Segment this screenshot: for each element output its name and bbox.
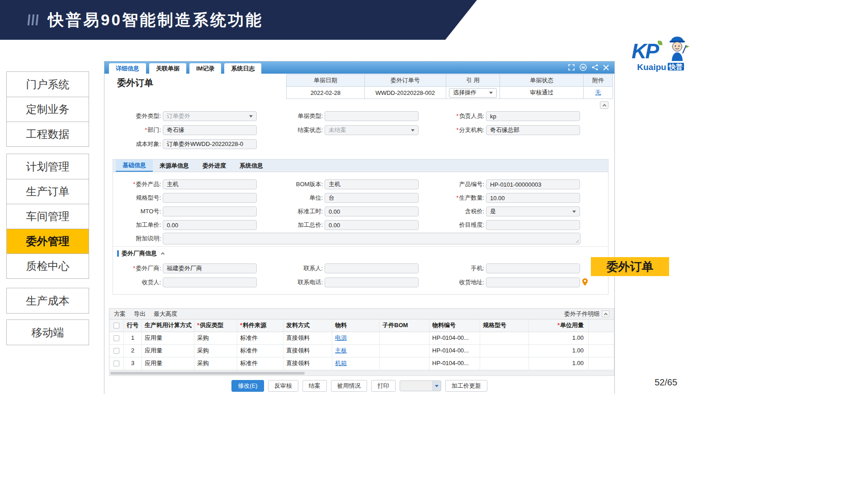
spec-field[interactable] [163, 193, 257, 203]
im-icon[interactable]: IM [580, 64, 587, 71]
price-update-button[interactable]: 加工价更新 [445, 380, 487, 392]
mobile-field[interactable] [486, 263, 580, 273]
table-row[interactable]: 3 应用量 采购 标准件 直接领料 机箱 HP-0104-00... 1.00 [109, 357, 614, 370]
document-type-field[interactable] [325, 111, 419, 121]
tab-system-log[interactable]: 系统日志 [224, 63, 261, 74]
unaudit-button[interactable]: 反审核 [268, 380, 298, 392]
notes-textarea[interactable] [163, 233, 580, 244]
vendor-field[interactable]: 福建委外厂商 [163, 263, 257, 273]
sub-items-grid: 方案 导出 最大高度 委外子件明细 行号 生产耗用计算方式 *供应类型 *料件来… [109, 308, 614, 370]
modify-button[interactable]: 修改(E) [231, 380, 264, 392]
unit-price-field[interactable]: 0.00 [163, 220, 257, 230]
bom-version-field[interactable]: 主机 [325, 179, 419, 189]
receiver-field[interactable] [163, 277, 257, 287]
cost-object-field[interactable]: 订单委外WWDD-20220228-0 [163, 139, 257, 149]
kuaipu-logo: KP Kuaipu快普 [625, 34, 696, 72]
table-row[interactable]: 2 应用量 采购 标准件 直接领料 主板 HP-0104-00... 1.00 [109, 345, 614, 357]
location-pin-icon[interactable] [582, 278, 588, 288]
subtab-basic-info[interactable]: 基础信息 [116, 160, 153, 172]
col-sub-bom: 子件BOM [380, 319, 429, 332]
tax-included-label: 含税价: [431, 207, 484, 216]
horizontal-scrollbar[interactable] [109, 371, 614, 376]
sidebar-item-portal[interactable]: 门户系统 [7, 72, 89, 97]
sidebar-item-mobile[interactable]: 移动端 [7, 320, 89, 345]
slide: 快普易90智能制造系统功能 KP Kuaipu快普 门户系统 定制业务 [0, 0, 868, 488]
unit-field[interactable]: 台 [325, 193, 419, 203]
select-all-checkbox[interactable] [113, 323, 119, 328]
tab-im-records[interactable]: IM记录 [189, 63, 221, 74]
responsible-field[interactable]: kp [486, 111, 580, 121]
detail-subtabs: 基础信息 来源单信息 委外进度 系统信息 [113, 160, 608, 172]
sidebar-item-plan-management[interactable]: 计划管理 [7, 154, 89, 179]
sidebar-item-quality-center[interactable]: 质检中心 [7, 253, 89, 278]
std-hours-label: 标准工时: [270, 207, 323, 216]
mascot-icon [664, 34, 689, 61]
department-label: 部门: [147, 127, 161, 133]
tax-included-select[interactable]: 是 [486, 206, 580, 216]
print-button[interactable]: 打印 [371, 380, 396, 392]
fullscreen-icon[interactable] [568, 64, 575, 70]
col-unit-usage: *单位用量 [529, 319, 589, 332]
export-button[interactable]: 导出 [134, 310, 146, 318]
tab-detail-info[interactable]: 详细信息 [109, 63, 146, 74]
price-dim-field[interactable] [486, 220, 580, 230]
phone-field[interactable] [325, 277, 419, 287]
close-icon[interactable] [603, 65, 609, 70]
row-checkbox[interactable] [113, 361, 119, 366]
vendor-section-header[interactable]: 委外厂商信息 [117, 249, 164, 258]
branch-field[interactable]: 奇石缘总部 [486, 125, 580, 135]
attachment-link[interactable]: 无 [595, 89, 601, 97]
collapse-grid-button[interactable] [602, 310, 609, 317]
mto-field[interactable] [163, 206, 257, 216]
material-link[interactable]: 电源 [335, 334, 347, 341]
row-checkbox[interactable] [113, 335, 119, 341]
department-field[interactable]: 奇石缘 [163, 125, 257, 135]
material-link[interactable]: 主板 [335, 347, 347, 354]
sidebar-item-production-cost[interactable]: 生产成本 [7, 288, 89, 313]
qty-field[interactable]: 10.00 [486, 193, 580, 203]
branch-label: 分支机构: [459, 127, 484, 133]
plan-button[interactable]: 方案 [114, 310, 126, 318]
material-link[interactable]: 机箱 [335, 360, 347, 366]
outsourcing-type-select[interactable]: 订单委外 [163, 111, 257, 121]
unit-price-label: 加工单价: [108, 221, 161, 229]
contact-label: 联系人: [270, 264, 323, 272]
combo-arrow-button[interactable] [433, 381, 441, 391]
subtab-system-info[interactable]: 系统信息 [233, 160, 270, 172]
product-field[interactable]: 主机 [163, 179, 257, 189]
sidebar-item-outsourcing-management[interactable]: 委外管理 [7, 229, 89, 253]
sidebar-item-workshop-management[interactable]: 车间管理 [7, 204, 89, 229]
scrollbar-thumb[interactable] [110, 372, 305, 375]
collapse-form-button[interactable] [600, 101, 609, 109]
sidebar-item-engineering-data[interactable]: 工程数据 [7, 122, 89, 146]
header-col-status: 单据状态 [500, 75, 584, 87]
close-case-button[interactable]: 结案 [302, 380, 327, 392]
responsible-label: 负责人员: [459, 113, 484, 119]
std-hours-field[interactable]: 0.00 [325, 206, 419, 216]
reference-select[interactable]: 选择操作 [449, 88, 497, 98]
subtab-source-doc[interactable]: 来源单信息 [153, 160, 196, 172]
address-field[interactable] [486, 277, 580, 287]
subtab-outsourcing-progress[interactable]: 委外进度 [196, 160, 233, 172]
product-no-field[interactable]: HP-0101-00000003 [486, 179, 580, 189]
share-icon[interactable] [592, 64, 598, 70]
total-price-field[interactable]: 0.00 [325, 220, 419, 230]
phone-label: 联系电话: [270, 278, 323, 286]
usage-status-button[interactable]: 被用情况 [331, 380, 367, 392]
sidebar-item-production-orders[interactable]: 生产订单 [7, 179, 89, 204]
max-height-button[interactable]: 最大高度 [154, 310, 177, 318]
sidebar-item-custom-business[interactable]: 定制业务 [7, 97, 89, 122]
resize-handle-icon[interactable] [576, 239, 579, 243]
leaf-icon [658, 41, 662, 45]
table-row[interactable]: 1 应用量 采购 标准件 直接领料 电源 HP-0104-00... 1.00 [109, 332, 614, 345]
product-no-label: 产品编号: [431, 180, 484, 188]
tab-related-documents[interactable]: 关联单据 [149, 63, 186, 74]
header-col-date: 单据日期 [287, 75, 365, 87]
print-template-select[interactable] [400, 380, 441, 391]
row-checkbox[interactable] [113, 348, 119, 354]
bom-version-label: BOM版本: [270, 180, 323, 188]
contact-field[interactable] [325, 263, 419, 273]
section-bar-icon [117, 250, 119, 257]
order-number: WWDD-20220228-002 [365, 87, 446, 99]
closing-status-select[interactable]: 未结案 [325, 125, 419, 135]
